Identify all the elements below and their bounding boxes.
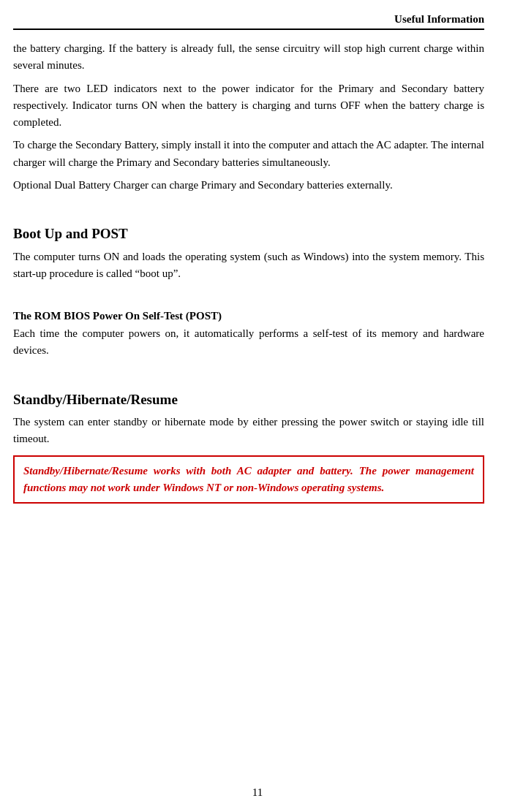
paragraph-4: Optional Dual Battery Charger can charge… <box>13 177 484 194</box>
boot-heading: Boot Up and POST <box>13 224 484 244</box>
paragraph-3: To charge the Secondary Battery, simply … <box>13 137 484 171</box>
rom-paragraph: Each time the computer powers on, it aut… <box>13 325 484 360</box>
paragraph-1: the battery charging. If the battery is … <box>13 40 484 75</box>
note-text: Standby/Hibernate/Resume works with both… <box>23 463 474 497</box>
page-container: Useful Information the battery charging.… <box>0 0 515 812</box>
standby-paragraph: The system can enter standby or hibernat… <box>13 414 484 448</box>
page-number: 11 <box>252 786 263 799</box>
header-bar: Useful Information <box>13 13 484 30</box>
standby-heading: Standby/Hibernate/Resume <box>13 390 484 410</box>
boot-paragraph: The computer turns ON and loads the oper… <box>13 248 484 283</box>
header-title: Useful Information <box>394 13 484 25</box>
paragraph-2: There are two LED indicators next to the… <box>13 80 484 132</box>
rom-heading: The ROM BIOS Power On Self-Test (POST) <box>13 310 484 322</box>
note-box: Standby/Hibernate/Resume works with both… <box>13 455 484 504</box>
